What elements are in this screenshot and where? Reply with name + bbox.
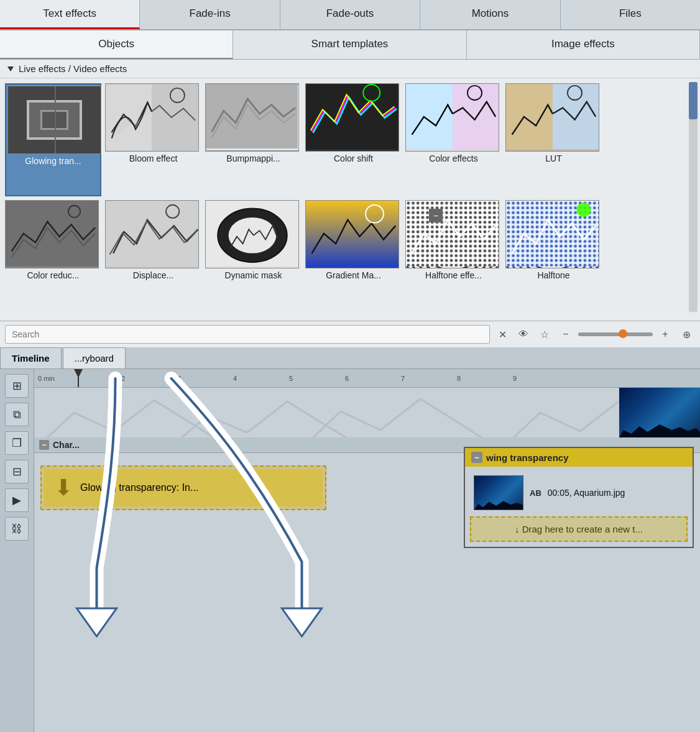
effects-grid: Glowing tran... Bloom effect [0,78,700,308]
playhead[interactable] [78,369,79,387]
aquarium-ab-icon: AB [530,488,541,498]
drag-drop-zone[interactable]: ↓ Drag here to create a new t... [470,516,688,542]
aquarium-time-label: 00:05, Aquarium.jpg [548,488,625,498]
svg-rect-8 [406,84,453,150]
tab-fade-outs[interactable]: Fade-outs [280,0,420,29]
zoom-plus-icon[interactable]: + [656,326,674,343]
collapse-triangle[interactable] [7,66,14,71]
effect-dynamicmask[interactable]: Dynamic mask [205,200,302,308]
effect-label-glowing: Glowing tran... [7,154,99,168]
effect-colorshift[interactable]: Color shift [305,83,402,196]
effects-panel: Live effects / Video effects Glowing tra… [0,60,700,321]
aquarium-thumbnail-silhouette [474,498,523,510]
effect-halftone[interactable]: Halftone [505,200,602,308]
effect-label-bloom: Bloom effect [105,152,201,165]
effect-thumb-colorredu [5,200,99,268]
effect-drop-inner: ⬇ Glowing transparency: In... [44,469,323,506]
effect-thumb-displace [105,200,199,268]
effect-thumb-bloom [105,83,199,152]
effect-label-displace: Displace... [105,268,201,282]
search-bar: ✕ 👁 ☆ − + ⊕ [0,321,700,347]
tab-timeline[interactable]: Timeline [0,347,62,368]
effect-drop-dashed-border: ⬇ Glowing transparency: In... [40,465,326,510]
aquarium-thumbnail [474,475,523,510]
fit-icon[interactable]: ⊕ [678,326,695,343]
svg-rect-25 [406,201,499,267]
svg-rect-12 [553,84,599,150]
effect-thumb-lut [505,83,599,152]
time-marker-6: 6 [345,375,349,382]
effect-bumpmapping[interactable]: Bumpmappi... [205,83,302,196]
search-input[interactable] [5,325,490,344]
clear-search-button[interactable]: ✕ [494,326,511,343]
effect-thumb-gradientma [305,200,399,268]
tool-play-btn[interactable]: ▶ [5,488,29,512]
svg-rect-16 [106,201,198,267]
tab-objects[interactable]: Objects [0,30,233,59]
star-icon[interactable]: ☆ [536,326,553,343]
effect-halftoneef[interactable]: Halftone effe... [405,200,502,308]
aquarium-item: AB 00:05, Aquarium.jpg [470,472,688,514]
zoom-slider-thumb[interactable] [619,329,627,338]
glow-panel-title: wing transparency [486,452,569,463]
effect-glowing-tran[interactable]: Glowing tran... [5,83,101,196]
tool-grid-btn[interactable]: ⊞ [5,374,29,398]
effect-colorredu[interactable]: Color reduc... [5,200,101,308]
track-label: Char... [53,440,80,450]
tool-copy-btn[interactable]: ❐ [5,431,29,455]
effect-thumb-coloreffects [405,83,499,152]
zoom-slider[interactable] [578,332,653,336]
effect-drop-block[interactable]: ⬇ Glowing transparency: In... [40,465,326,510]
effect-thumb-halftoneef [405,200,499,268]
tab-motions[interactable]: Motions [420,0,560,29]
tab-files[interactable]: Files [561,0,700,29]
effect-label-lut: LUT [505,152,602,165]
time-marker-9: 9 [513,375,517,382]
effect-label-coloreffects: Color effects [405,152,502,165]
glow-transparency-panel: − wing transparency AB 00:05, Aquarium.j… [464,447,694,548]
effect-label-colorredu: Color reduc... [5,268,101,282]
effect-thumb-dynamicmask [205,200,299,268]
visibility-icon[interactable]: 👁 [515,326,532,343]
tab-text-effects[interactable]: Text effects [0,0,140,29]
lut-minus-button[interactable]: − [429,209,443,222]
time-ruler: 0 min 2 3 4 5 6 7 8 9 [34,369,700,388]
zoom-minus-icon[interactable]: − [557,326,574,343]
time-marker-2: 2 [121,375,125,382]
tab-smart-templates[interactable]: Smart templates [233,30,466,59]
drag-drop-label: ↓ Drag here to create a new t... [515,524,643,534]
svg-point-20 [229,217,277,254]
effect-lut[interactable]: LUT [505,83,602,196]
tool-align-btn[interactable]: ⊟ [5,460,29,483]
effect-label-dynamicmask: Dynamic mask [205,268,302,282]
timeline-thumb-strip [619,388,700,437]
track-minus-button[interactable]: − [39,440,49,450]
time-marker-7: 7 [401,375,405,382]
effect-label-gradientma: Gradient Ma... [305,268,402,282]
effect-bloom[interactable]: Bloom effect [105,83,201,196]
timeline-body: ⊞ ⧉ ❐ ⊟ ▶ ⛓ 0 min [0,369,700,732]
live-effects-header: Live effects / Video effects [0,60,700,78]
effect-label-bump: Bumpmappi... [205,152,302,165]
svg-rect-11 [506,84,553,150]
effects-scrollbar-track[interactable] [689,82,698,312]
time-marker-3: 3 [177,375,181,382]
tab-storyboard[interactable]: ...ryboard [63,347,126,368]
effect-label-halftoneef: Halftone effe... [405,268,502,282]
glow-panel-minus-btn[interactable]: − [471,452,482,463]
aquarium-silhouette-bg [619,419,700,437]
effect-displace[interactable]: Displace... [105,200,201,308]
glow-panel-content: AB 00:05, Aquarium.jpg ↓ Drag here to cr… [465,467,693,547]
effects-scrollbar-thumb[interactable] [689,82,698,119]
top-tabs-bar: Text effects Fade-ins Fade-outs Motions … [0,0,700,30]
effect-gradientma[interactable]: Gradient Ma... [305,200,402,308]
effect-label-colorshift: Color shift [305,152,402,165]
tool-layers-btn[interactable]: ⧉ [5,403,29,426]
time-marker-5: 5 [289,375,293,382]
tab-fade-ins[interactable]: Fade-ins [140,0,280,29]
tab-image-effects[interactable]: Image effects [467,30,700,59]
second-tabs-bar: Objects Smart templates Image effects [0,30,700,60]
effect-thumb-glowing [7,86,101,154]
effect-coloreffects[interactable]: Color effects [405,83,502,196]
tool-chain-btn[interactable]: ⛓ [5,517,29,541]
